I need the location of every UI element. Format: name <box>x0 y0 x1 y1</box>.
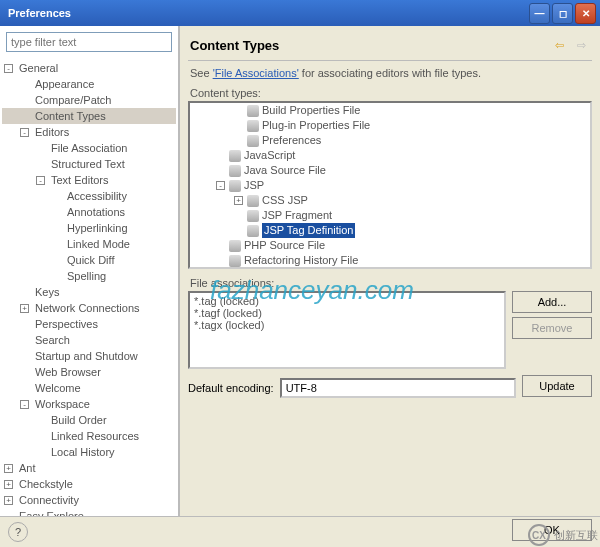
expand-icon[interactable]: + <box>4 464 13 473</box>
file-associations-link[interactable]: 'File Associations' <box>213 67 299 79</box>
tree-label[interactable]: Web Browser <box>33 364 103 380</box>
tree-label[interactable]: Quick Diff <box>65 252 116 268</box>
tree-item[interactable]: Linked Resources <box>2 428 176 444</box>
collapse-icon[interactable]: - <box>20 400 29 409</box>
tree-label[interactable]: Network Connections <box>33 300 142 316</box>
tree-label[interactable]: Annotations <box>65 204 127 220</box>
file-icon <box>229 180 241 192</box>
collapse-icon[interactable]: - <box>36 176 45 185</box>
content-type-item[interactable]: PHP Source File <box>190 238 590 253</box>
tree-label[interactable]: Linked Mode <box>65 236 132 252</box>
tree-item[interactable]: Perspectives <box>2 316 176 332</box>
collapse-icon[interactable]: - <box>20 128 29 137</box>
content-type-item[interactable]: +CSS JSP <box>190 193 590 208</box>
content-type-label: Refactoring History File <box>244 253 358 268</box>
tree-item[interactable]: Structured Text <box>2 156 176 172</box>
tree-item[interactable]: +Checkstyle <box>2 476 176 492</box>
content-type-item[interactable]: Plug-in Properties File <box>190 118 590 133</box>
tree-item[interactable]: File Association <box>2 140 176 156</box>
tree-item[interactable]: Easy Explore <box>2 508 176 516</box>
tree-label[interactable]: Local History <box>49 444 117 460</box>
collapse-icon[interactable]: - <box>4 64 13 73</box>
tree-item[interactable]: Local History <box>2 444 176 460</box>
file-association-item[interactable]: *.tagx (locked) <box>194 319 500 331</box>
maximize-button[interactable]: ◻ <box>552 3 573 24</box>
expand-icon[interactable]: + <box>4 480 13 489</box>
tree-item[interactable]: Content Types <box>2 108 176 124</box>
tree-item[interactable]: Web Browser <box>2 364 176 380</box>
tree-label[interactable]: Structured Text <box>49 156 127 172</box>
file-association-item[interactable]: *.tagf (locked) <box>194 307 500 319</box>
tree-item[interactable]: Quick Diff <box>2 252 176 268</box>
filter-input[interactable] <box>6 32 172 52</box>
tree-item[interactable]: -Text Editors <box>2 172 176 188</box>
content-type-item[interactable]: Refactoring History File <box>190 253 590 268</box>
tree-label[interactable]: Linked Resources <box>49 428 141 444</box>
content-type-item[interactable]: JSP Tag Definition <box>190 223 590 238</box>
minimize-button[interactable]: — <box>529 3 550 24</box>
tree-label[interactable]: File Association <box>49 140 129 156</box>
tree-label[interactable]: Editors <box>33 124 71 140</box>
tree-label[interactable]: Perspectives <box>33 316 100 332</box>
tree-label[interactable]: General <box>17 60 60 76</box>
file-associations-list[interactable]: *.tag (locked)*.tagf (locked)*.tagx (loc… <box>188 291 506 369</box>
file-icon <box>229 255 241 267</box>
tree-label[interactable]: Compare/Patch <box>33 92 113 108</box>
tree-label[interactable]: Ant <box>17 460 38 476</box>
tree-item[interactable]: Hyperlinking <box>2 220 176 236</box>
file-association-item[interactable]: *.tag (locked) <box>194 295 500 307</box>
tree-label[interactable]: Connectivity <box>17 492 81 508</box>
tree-item[interactable]: Appearance <box>2 76 176 92</box>
encoding-input[interactable] <box>280 378 516 398</box>
expand-icon[interactable]: + <box>4 496 13 505</box>
update-button[interactable]: Update <box>522 375 592 397</box>
tree-item[interactable]: -Editors <box>2 124 176 140</box>
content-types-tree[interactable]: Build Properties FilePlug-in Properties … <box>188 101 592 269</box>
tree-label[interactable]: Checkstyle <box>17 476 75 492</box>
tree-item[interactable]: Welcome <box>2 380 176 396</box>
expand-icon[interactable]: + <box>234 196 243 205</box>
collapse-icon[interactable]: - <box>216 181 225 190</box>
tree-label[interactable]: Spelling <box>65 268 108 284</box>
tree-label[interactable]: Startup and Shutdow <box>33 348 140 364</box>
content-type-item[interactable]: Java Source File <box>190 163 590 178</box>
tree-label[interactable]: Hyperlinking <box>65 220 130 236</box>
preferences-tree[interactable]: -GeneralAppearanceCompare/PatchContent T… <box>0 58 178 516</box>
tree-label[interactable]: Welcome <box>33 380 83 396</box>
tree-label[interactable]: Search <box>33 332 72 348</box>
tree-item[interactable]: +Connectivity <box>2 492 176 508</box>
tree-item[interactable]: -Workspace <box>2 396 176 412</box>
content-type-item[interactable]: Preferences <box>190 133 590 148</box>
tree-item[interactable]: Annotations <box>2 204 176 220</box>
expand-icon[interactable]: + <box>20 304 29 313</box>
close-button[interactable]: ✕ <box>575 3 596 24</box>
content-type-item[interactable]: Refactoring History Index <box>190 268 590 269</box>
tree-item[interactable]: Linked Mode <box>2 236 176 252</box>
help-icon[interactable]: ? <box>8 522 28 542</box>
tree-label[interactable]: Appearance <box>33 76 96 92</box>
tree-item[interactable]: Startup and Shutdow <box>2 348 176 364</box>
add-button[interactable]: Add... <box>512 291 592 313</box>
tree-item[interactable]: Keys <box>2 284 176 300</box>
tree-item[interactable]: Accessibility <box>2 188 176 204</box>
remove-button: Remove <box>512 317 592 339</box>
tree-item[interactable]: +Network Connections <box>2 300 176 316</box>
tree-label[interactable]: Keys <box>33 284 61 300</box>
tree-item[interactable]: Build Order <box>2 412 176 428</box>
content-type-item[interactable]: JavaScript <box>190 148 590 163</box>
tree-label[interactable]: Easy Explore <box>17 508 86 516</box>
tree-item[interactable]: Spelling <box>2 268 176 284</box>
back-icon[interactable]: ⇦ <box>550 36 568 54</box>
content-type-item[interactable]: JSP Fragment <box>190 208 590 223</box>
content-type-item[interactable]: Build Properties File <box>190 103 590 118</box>
tree-label[interactable]: Workspace <box>33 396 92 412</box>
tree-label[interactable]: Accessibility <box>65 188 129 204</box>
tree-item[interactable]: Search <box>2 332 176 348</box>
tree-label[interactable]: Text Editors <box>49 172 110 188</box>
tree-label[interactable]: Build Order <box>49 412 109 428</box>
tree-label[interactable]: Content Types <box>33 108 108 124</box>
tree-item[interactable]: +Ant <box>2 460 176 476</box>
content-type-item[interactable]: -JSP <box>190 178 590 193</box>
tree-item[interactable]: -General <box>2 60 176 76</box>
tree-item[interactable]: Compare/Patch <box>2 92 176 108</box>
